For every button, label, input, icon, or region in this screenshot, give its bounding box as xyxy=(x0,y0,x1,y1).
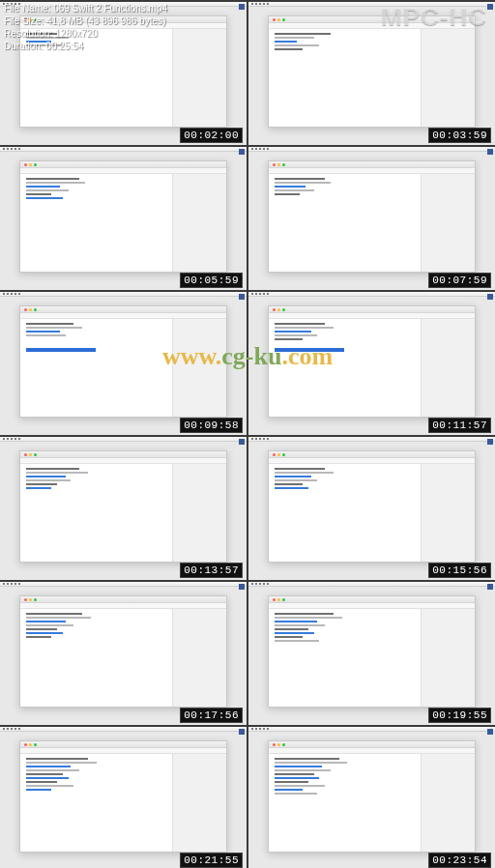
code-line xyxy=(275,334,317,336)
code-line xyxy=(26,766,71,767)
timestamp-badge: 00:13:57 xyxy=(180,563,243,578)
editor-area xyxy=(20,464,226,562)
close-icon xyxy=(24,598,27,601)
code-line xyxy=(275,479,317,481)
code-editor xyxy=(20,609,172,707)
results-sidebar xyxy=(172,464,226,562)
code-line xyxy=(26,186,60,188)
code-line xyxy=(275,472,334,474)
results-sidebar xyxy=(172,174,226,272)
results-sidebar xyxy=(421,464,475,562)
file-info-overlay: File Name: 069 Swift 2 Functions.mp4 Fil… xyxy=(4,2,167,52)
editor-area xyxy=(269,609,475,707)
window-titlebar xyxy=(269,596,475,603)
code-line xyxy=(26,479,71,481)
macos-menubar xyxy=(0,437,247,442)
code-line xyxy=(26,785,73,787)
app-badge-icon xyxy=(239,149,245,155)
code-editor xyxy=(20,464,172,562)
code-line xyxy=(275,33,331,35)
thumbnail[interactable]: 00:13:57 xyxy=(0,437,247,580)
text-selection xyxy=(26,348,96,352)
zoom-icon xyxy=(34,598,37,601)
macos-menubar xyxy=(248,727,495,732)
code-line xyxy=(26,193,51,195)
thumbnail[interactable]: 00:19:55 xyxy=(248,582,495,725)
code-editor xyxy=(20,319,172,417)
code-line xyxy=(275,762,347,764)
editor-area xyxy=(20,609,226,707)
code-line xyxy=(26,781,57,783)
code-line xyxy=(275,766,322,767)
window-titlebar xyxy=(20,161,226,168)
thumbnail-grid: 00:02:0000:03:5900:05:5900:07:5900:09:58… xyxy=(0,0,495,868)
xcode-window xyxy=(19,160,227,273)
thumbnail[interactable]: 00:23:54 xyxy=(248,727,495,868)
code-line xyxy=(26,617,91,619)
timestamp-badge: 00:09:58 xyxy=(180,418,243,433)
code-line xyxy=(26,476,66,477)
close-icon xyxy=(273,163,276,166)
thumbnail[interactable]: 00:15:56 xyxy=(248,437,495,580)
editor-area xyxy=(269,464,475,562)
minimize-icon xyxy=(29,163,32,166)
code-line xyxy=(275,323,325,325)
code-line xyxy=(26,762,97,764)
close-icon xyxy=(273,598,276,601)
text-selection xyxy=(275,348,344,352)
window-titlebar xyxy=(269,306,475,313)
thumbnail[interactable]: 00:09:58 xyxy=(0,292,247,435)
timestamp-badge: 00:21:55 xyxy=(180,853,243,868)
code-line xyxy=(275,476,311,477)
duration-value: 00:25:54 xyxy=(45,41,83,51)
timestamp-badge: 00:17:56 xyxy=(180,708,243,723)
code-line xyxy=(26,323,73,325)
window-titlebar xyxy=(269,451,475,458)
code-line xyxy=(26,178,79,180)
code-line xyxy=(275,640,319,642)
code-line xyxy=(26,331,60,333)
code-line xyxy=(26,483,57,485)
code-editor xyxy=(20,174,172,272)
app-badge-icon xyxy=(487,294,493,300)
code-line xyxy=(275,628,308,630)
window-titlebar xyxy=(20,596,226,603)
minimize-icon xyxy=(29,453,32,456)
code-line xyxy=(26,789,51,791)
code-line xyxy=(26,777,69,779)
code-line xyxy=(26,624,73,626)
macos-menubar xyxy=(0,147,247,152)
minimize-icon xyxy=(277,308,280,311)
app-badge-icon xyxy=(487,584,493,590)
close-icon xyxy=(273,743,276,746)
code-line xyxy=(275,789,303,791)
thumbnail[interactable]: 00:11:57 xyxy=(248,292,495,435)
macos-menubar xyxy=(248,292,495,297)
code-line xyxy=(275,193,300,195)
code-line xyxy=(275,37,314,39)
xcode-window xyxy=(268,160,476,273)
timestamp-badge: 00:07:59 xyxy=(428,273,491,288)
minimize-icon xyxy=(277,163,280,166)
app-badge-icon xyxy=(239,4,245,10)
thumbnail[interactable]: 00:05:59 xyxy=(0,147,247,290)
thumbnail[interactable]: 00:17:56 xyxy=(0,582,247,725)
code-line xyxy=(275,483,303,485)
minimize-icon xyxy=(29,743,32,746)
zoom-icon xyxy=(282,163,285,166)
timestamp-badge: 00:23:54 xyxy=(428,853,491,868)
window-titlebar xyxy=(269,161,475,168)
code-line xyxy=(275,44,319,46)
timestamp-badge: 00:11:57 xyxy=(428,418,491,433)
code-line xyxy=(26,487,51,489)
minimize-icon xyxy=(29,308,32,311)
code-line xyxy=(26,758,88,760)
thumbnail[interactable]: 00:07:59 xyxy=(248,147,495,290)
zoom-icon xyxy=(282,308,285,311)
thumbnail[interactable]: 00:21:55 xyxy=(0,727,247,868)
window-titlebar xyxy=(269,741,475,748)
code-line xyxy=(26,182,85,184)
code-line xyxy=(275,617,342,619)
zoom-icon xyxy=(34,453,37,456)
results-sidebar xyxy=(421,319,475,417)
